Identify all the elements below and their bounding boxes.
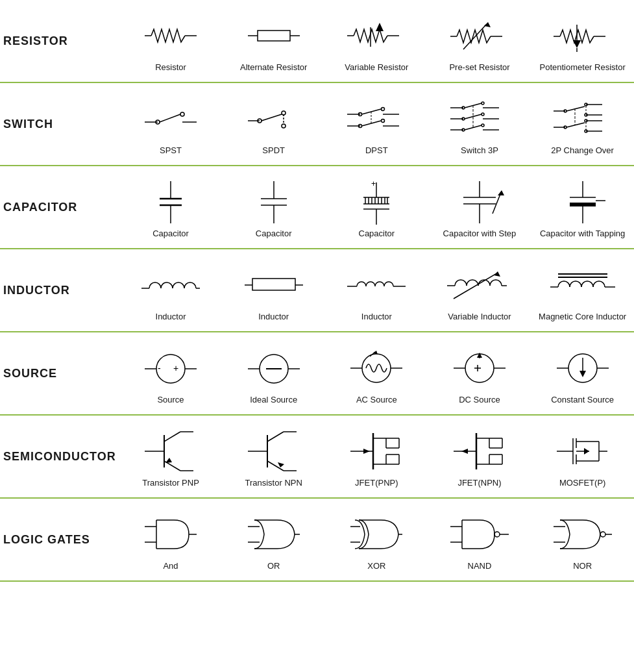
- symbol-2p-changeover: 2P Change Over: [532, 96, 633, 155]
- symbol-pnp: Transistor PNP: [121, 429, 221, 488]
- section-label-inductor: INDUCTOR: [0, 249, 119, 332]
- ideal-source-graphic: [248, 345, 300, 391]
- symbol-cap-standard: Capacitor: [223, 179, 324, 238]
- symbol-jfet-pnp: JFET(PNP): [326, 429, 427, 488]
- svg-point-215: [494, 532, 500, 537]
- dc-source-label: DC Source: [459, 395, 500, 404]
- pot-resistor-graphic: [554, 13, 612, 58]
- symbol-spdt: SPDT: [223, 96, 324, 155]
- symbols-row-resistor: Resistor Alternate Resistor: [119, 6, 634, 75]
- ind-magnetic-graphic: [550, 262, 615, 308]
- dc-source-graphic: [454, 345, 506, 391]
- svg-point-221: [600, 532, 605, 537]
- ind-basic-graphic: [141, 262, 200, 308]
- symbols-cell-inductor: Inductor Inductor: [119, 249, 634, 332]
- 2p-changeover-graphic: [554, 96, 612, 142]
- symbols-row-inductor: Inductor Inductor: [119, 256, 634, 325]
- symbol-switch3p: Switch 3P: [429, 96, 530, 155]
- symbol-ac-source: AC Source: [326, 345, 427, 404]
- ideal-source-label: Ideal Source: [250, 395, 297, 404]
- svg-point-43: [482, 102, 484, 105]
- svg-marker-160: [278, 462, 284, 467]
- resistor-label: Resistor: [155, 62, 186, 72]
- variable-resistor-graphic: [347, 13, 406, 58]
- symbol-constant-source: Constant Source: [532, 345, 633, 404]
- symbols-row-source: - + Source: [119, 339, 634, 408]
- svg-marker-153: [165, 458, 172, 463]
- symbol-ind-magnetic: Magnetic Core Inductor: [532, 262, 633, 321]
- svg-marker-12: [484, 22, 491, 27]
- source-graphic: - +: [145, 345, 197, 391]
- svg-rect-103: [570, 203, 596, 206]
- svg-marker-8: [376, 23, 384, 31]
- cap-polar-label: Capacitor: [359, 229, 395, 238]
- pnp-label: Transistor PNP: [142, 478, 199, 488]
- symbols-cell-semiconductor: Transistor PNP: [119, 415, 634, 498]
- pnp-graphic: [145, 429, 197, 474]
- symbols-row-switch: SPST SPDT: [119, 90, 634, 158]
- xor-graphic: [350, 512, 402, 557]
- svg-marker-141: [477, 353, 482, 358]
- svg-line-149: [164, 432, 180, 442]
- svg-rect-3: [258, 31, 290, 41]
- svg-marker-146: [579, 371, 586, 377]
- symbols-row-semiconductor: Transistor PNP: [119, 422, 634, 491]
- alt-resistor-graphic: [248, 13, 300, 58]
- svg-marker-193: [584, 448, 589, 454]
- svg-point-48: [482, 113, 484, 116]
- svg-line-58: [567, 106, 585, 111]
- symbol-pot-resistor: Potentiometer Resistor: [532, 13, 633, 72]
- symbol-nor: NOR: [532, 512, 633, 571]
- switch3p-label: Switch 3P: [461, 145, 498, 155]
- svg-marker-16: [573, 40, 581, 48]
- dpst-label: DPST: [365, 145, 388, 155]
- svg-marker-100: [498, 190, 504, 195]
- symbol-jfet-npn: JFET(NPN): [429, 429, 530, 488]
- symbol-cap-step: Capacitor with Step: [429, 179, 530, 238]
- symbol-ind-basic: Inductor: [121, 262, 221, 321]
- symbol-spst: SPST: [121, 96, 221, 155]
- section-inductor: INDUCTOR Inductor: [0, 249, 634, 332]
- symbol-source: - + Source: [121, 345, 221, 404]
- ind-variable-label: Variable Inductor: [448, 312, 511, 321]
- ind-small-graphic: [347, 262, 406, 308]
- cap-basic-graphic: [154, 179, 187, 225]
- section-label-semiconductor: SEMICONDUCTOR: [0, 415, 119, 498]
- jfet-pnp-label: JFET(PNP): [355, 478, 398, 488]
- symbols-row-capacitor: Capacitor Capacitor: [119, 173, 634, 242]
- svg-marker-116: [494, 271, 500, 277]
- symbol-cap-basic: Capacitor: [121, 179, 221, 238]
- symbols-cell-resistor: Resistor Alternate Resistor: [119, 0, 634, 82]
- section-label-capacitor: CAPACITOR: [0, 166, 119, 249]
- svg-marker-174: [461, 449, 468, 454]
- cap-standard-graphic: [254, 179, 293, 225]
- symbol-mosfet: MOSFET(P): [532, 429, 633, 488]
- svg-point-32: [382, 107, 385, 110]
- symbol-and: And: [121, 512, 221, 571]
- jfet-npn-label: JFET(NPN): [457, 478, 501, 488]
- cap-polar-graphic: +: [357, 179, 396, 225]
- svg-text:-: -: [158, 363, 161, 373]
- mosfet-graphic: [557, 429, 609, 474]
- ind-variable-graphic: [447, 262, 512, 308]
- jfet-pnp-graphic: [350, 429, 402, 474]
- symbol-npn: Transistor NPN: [223, 429, 324, 488]
- svg-point-21: [180, 112, 184, 116]
- constant-source-label: Constant Source: [551, 395, 614, 404]
- spdt-graphic: [248, 96, 300, 142]
- section-label-source: SOURCE: [0, 332, 119, 415]
- switch3p-graphic: [450, 96, 509, 142]
- 2p-changeover-label: 2P Change Over: [551, 145, 614, 155]
- symbol-ideal-source: Ideal Source: [223, 345, 324, 404]
- pot-resistor-label: Potentiometer Resistor: [540, 62, 626, 72]
- symbols-cell-logic: And OR: [119, 498, 634, 581]
- mosfet-label: MOSFET(P): [559, 478, 606, 488]
- symbol-xor: XOR: [326, 512, 427, 571]
- source-label: Source: [157, 395, 184, 404]
- svg-line-115: [454, 274, 496, 299]
- and-graphic: [145, 512, 197, 557]
- ind-alt-graphic: [245, 262, 303, 308]
- section-resistor: RESISTOR Resistor: [0, 0, 634, 82]
- resistor-graphic: [145, 13, 197, 58]
- variable-resistor-label: Variable Resistor: [345, 62, 408, 72]
